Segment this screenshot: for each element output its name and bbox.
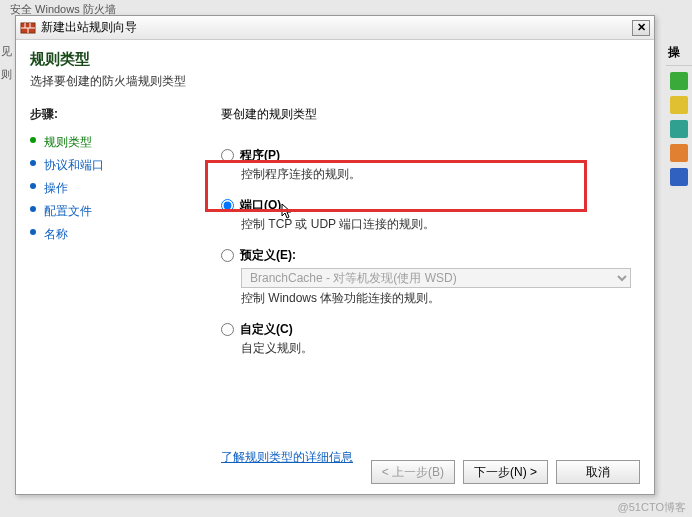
right-toolstrip: 操 — [666, 40, 692, 192]
option-custom: 自定义(C) 自定义规则。 — [221, 321, 634, 357]
titlebar: 新建出站规则向导 ✕ — [16, 16, 654, 40]
desc-predefined: 控制 Windows 体验功能连接的规则。 — [241, 290, 634, 307]
filter-state-icon[interactable] — [670, 120, 688, 138]
header-section: 规则类型 选择要创建的防火墙规则类型 — [16, 40, 654, 98]
option-port: 端口(O) 控制 TCP 或 UDP 端口连接的规则。 — [221, 197, 634, 233]
label-port: 端口(O) — [240, 197, 281, 214]
view-icon[interactable] — [670, 168, 688, 186]
steps-sidebar: 步骤: 规则类型 协议和端口 操作 配置文件 名称 — [16, 98, 191, 478]
back-button: < 上一步(B) — [371, 460, 455, 484]
step-rule-type[interactable]: 规则类型 — [30, 131, 177, 154]
radio-port[interactable] — [221, 199, 234, 212]
desc-port: 控制 TCP 或 UDP 端口连接的规则。 — [241, 216, 634, 233]
left-strip: 见 则 — [0, 40, 14, 86]
button-bar: < 上一步(B) 下一步(N) > 取消 — [371, 460, 640, 484]
desc-custom: 自定义规则。 — [241, 340, 634, 357]
label-custom: 自定义(C) — [240, 321, 293, 338]
option-program: 程序(P) 控制程序连接的规则。 — [221, 147, 634, 183]
filter-group-icon[interactable] — [670, 144, 688, 162]
cursor-icon — [281, 203, 295, 221]
firewall-icon — [20, 20, 36, 36]
sidebar-heading: 步骤: — [30, 106, 177, 123]
filter-profile-icon[interactable] — [670, 96, 688, 114]
step-profile[interactable]: 配置文件 — [30, 200, 177, 223]
filter-icon[interactable] — [670, 72, 688, 90]
close-button[interactable]: ✕ — [632, 20, 650, 36]
radio-program[interactable] — [221, 149, 234, 162]
watermark: @51CTO博客 — [618, 500, 686, 515]
label-program: 程序(P) — [240, 147, 280, 164]
page-subtitle: 选择要创建的防火墙规则类型 — [30, 73, 640, 90]
step-list: 规则类型 协议和端口 操作 配置文件 名称 — [30, 131, 177, 246]
dialog-title: 新建出站规则向导 — [41, 19, 632, 36]
cancel-button[interactable]: 取消 — [556, 460, 640, 484]
learn-more-link[interactable]: 了解规则类型的详细信息 — [221, 449, 353, 466]
step-action[interactable]: 操作 — [30, 177, 177, 200]
radio-predefined[interactable] — [221, 249, 234, 262]
step-name[interactable]: 名称 — [30, 223, 177, 246]
panel-heading: 要创建的规则类型 — [221, 106, 634, 123]
rule-type-radio-group: 程序(P) 控制程序连接的规则。 端口(O) 控制 TCP 或 UDP 端口连接… — [221, 147, 634, 357]
main-panel: 要创建的规则类型 程序(P) 控制程序连接的规则。 端口(O) 控制 TCP 或… — [191, 98, 654, 478]
label-predefined: 预定义(E): — [240, 247, 296, 264]
desc-program: 控制程序连接的规则。 — [241, 166, 634, 183]
right-strip-heading: 操 — [666, 40, 692, 66]
next-button[interactable]: 下一步(N) > — [463, 460, 548, 484]
page-title: 规则类型 — [30, 50, 640, 69]
predefined-select: BranchCache - 对等机发现(使用 WSD) — [241, 268, 631, 288]
radio-custom[interactable] — [221, 323, 234, 336]
wizard-dialog: 新建出站规则向导 ✕ 规则类型 选择要创建的防火墙规则类型 步骤: 规则类型 协… — [15, 15, 655, 495]
option-predefined: 预定义(E): BranchCache - 对等机发现(使用 WSD) 控制 W… — [221, 247, 634, 307]
step-protocol-port[interactable]: 协议和端口 — [30, 154, 177, 177]
